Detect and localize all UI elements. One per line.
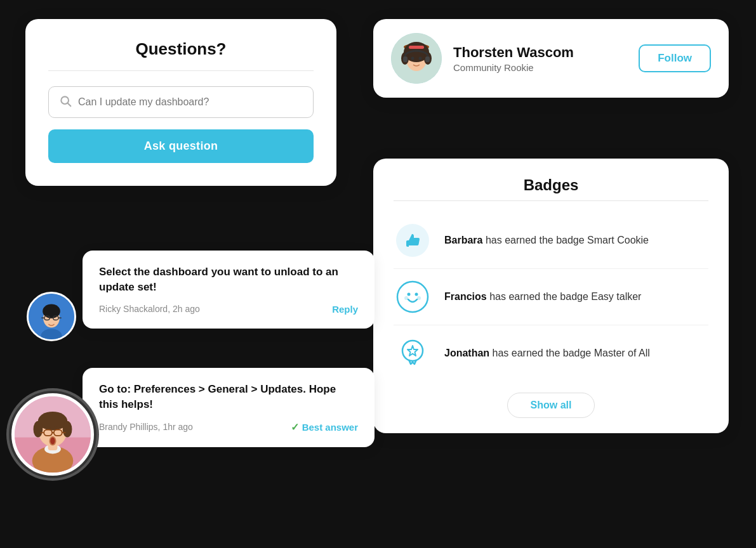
badges-divider xyxy=(394,200,708,201)
profile-role: Community Rookie xyxy=(453,62,627,73)
questions-divider xyxy=(48,70,314,71)
profile-card: Thorsten Wascom Community Rookie Follow xyxy=(373,19,729,98)
badge-text-francios: Francios has earned the badge Easy talke… xyxy=(444,289,641,304)
badge-text-jonathan: Jonathan has earned the badge Master of … xyxy=(444,346,650,361)
comment-title-2: Go to: Preferences > General > Updates. … xyxy=(99,382,358,412)
badge-user-francios: Francios xyxy=(444,291,487,302)
svg-point-38 xyxy=(63,421,72,438)
search-input[interactable] xyxy=(78,96,303,108)
comment-author-2: Brandy Phillips, 1hr ago xyxy=(99,422,193,432)
svg-point-37 xyxy=(34,421,43,438)
search-icon xyxy=(59,95,72,110)
star-ribbon-icon xyxy=(394,334,432,372)
avatar-brandy xyxy=(11,393,94,476)
svg-point-45 xyxy=(50,438,55,445)
svg-point-19 xyxy=(402,341,423,361)
best-answer-text: Best answer xyxy=(302,422,358,433)
show-all-button[interactable]: Show all xyxy=(507,393,595,418)
checkmark-icon: ✓ xyxy=(291,421,299,433)
svg-line-1 xyxy=(68,103,71,107)
comment-meta-1: Ricky Shackalord, 2h ago Reply xyxy=(99,304,358,315)
ask-question-button[interactable]: Ask question xyxy=(48,129,314,163)
smile-icon xyxy=(394,278,432,316)
svg-point-15 xyxy=(408,293,411,296)
svg-rect-10 xyxy=(403,56,408,62)
comment-author-1: Ricky Shackalord, 2h ago xyxy=(99,304,200,314)
questions-card: Questions? Ask question xyxy=(25,19,336,186)
comment-title-1: Select the dashboard you want to unload … xyxy=(99,264,358,295)
badges-title: Badges xyxy=(394,176,708,194)
badge-user-jonathan: Jonathan xyxy=(444,348,489,358)
svg-point-17 xyxy=(404,296,408,300)
questions-title: Questions? xyxy=(48,39,314,59)
badge-desc-francios: has earned the badge Easy talker xyxy=(487,291,642,302)
svg-rect-12 xyxy=(409,46,424,49)
badge-item-francios: Francios has earned the badge Easy talke… xyxy=(394,269,708,325)
best-answer-label: ✓ Best answer xyxy=(291,421,358,433)
badge-item-jonathan: Jonathan has earned the badge Master of … xyxy=(394,325,708,381)
badge-text-barbara: Barbara has earned the badge Smart Cooki… xyxy=(444,233,649,248)
svg-point-16 xyxy=(415,293,418,296)
badge-item-barbara: Barbara has earned the badge Smart Cooki… xyxy=(394,212,708,269)
svg-marker-20 xyxy=(408,346,418,356)
badges-card: Badges Barbara has earned the badge Smar… xyxy=(373,159,729,433)
svg-point-8 xyxy=(411,57,414,60)
svg-point-9 xyxy=(419,57,422,60)
comment-card-1: Select the dashboard you want to unload … xyxy=(83,251,375,329)
avatar-ricky xyxy=(27,292,76,341)
profile-info: Thorsten Wascom Community Rookie xyxy=(453,44,627,73)
search-box xyxy=(48,86,314,118)
svg-point-18 xyxy=(417,296,421,300)
badge-desc-barbara: has earned the badge Smart Cookie xyxy=(482,235,649,245)
badge-user-barbara: Barbara xyxy=(444,235,482,245)
profile-name: Thorsten Wascom xyxy=(453,44,627,61)
comment-meta-2: Brandy Phillips, 1hr ago ✓ Best answer xyxy=(99,421,358,433)
thumbs-up-icon xyxy=(394,221,432,259)
follow-button[interactable]: Follow xyxy=(639,44,711,72)
badge-desc-jonathan: has earned the badge Master of All xyxy=(489,348,650,358)
svg-rect-11 xyxy=(425,56,430,62)
avatar xyxy=(391,33,442,84)
comment-card-2: Go to: Preferences > General > Updates. … xyxy=(83,368,375,447)
reply-link-1[interactable]: Reply xyxy=(332,304,358,315)
svg-point-14 xyxy=(397,282,428,312)
